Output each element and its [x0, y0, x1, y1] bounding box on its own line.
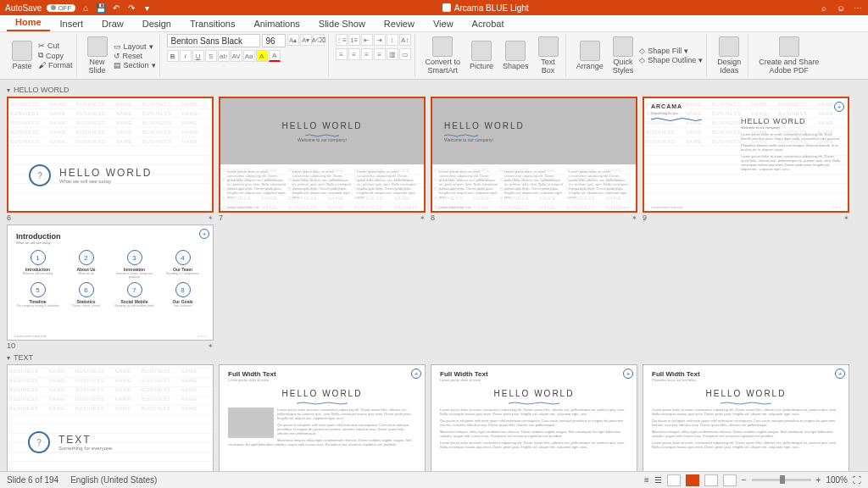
collapse-icon[interactable]: ▾: [7, 86, 10, 94]
search-icon[interactable]: ⌕: [819, 3, 829, 13]
intro-cell: 6StatisticsCharts, charts, charts!: [64, 282, 108, 308]
align-text-icon[interactable]: ▭: [399, 48, 411, 60]
tab-home[interactable]: Home: [7, 14, 50, 31]
slide-sorter[interactable]: ▾HELLO WORLD ? HELLO WORLDWhat we will s…: [0, 80, 868, 471]
bullets-icon[interactable]: ⋮≡: [336, 34, 348, 46]
slide-thumb-13[interactable]: + Full Width Text Lorem ipsum dolor sit …: [431, 364, 637, 471]
shape-fill-button[interactable]: ◇ Shape Fill ▾: [639, 47, 703, 55]
home-icon[interactable]: ⌂: [81, 3, 91, 13]
design-ideas-button[interactable]: Design Ideas: [714, 35, 744, 76]
tab-animations[interactable]: Animations: [245, 16, 308, 31]
slide-thumb-8[interactable]: + HELLO WORLD Welcome to our company! Lo…: [431, 97, 637, 213]
undo-icon[interactable]: ↶: [111, 3, 121, 13]
arrange-button[interactable]: Arrange: [573, 39, 607, 72]
image-placeholder: [228, 408, 274, 438]
font-color-icon[interactable]: A: [269, 50, 281, 62]
bold-icon[interactable]: B: [167, 50, 179, 62]
tab-acrobat[interactable]: Acrobat: [464, 16, 513, 31]
quick-styles-button[interactable]: Quick Styles: [609, 35, 637, 76]
reading-view-button[interactable]: [704, 474, 718, 486]
tab-slideshow[interactable]: Slide Show: [310, 16, 374, 31]
language-indicator[interactable]: English (United States): [70, 475, 157, 485]
new-slide-button[interactable]: New Slide: [84, 35, 111, 76]
zoom-level[interactable]: 100%: [826, 475, 848, 485]
align-center-icon[interactable]: ≡: [348, 48, 360, 60]
format-painter-button[interactable]: 🖌 Format: [38, 61, 73, 69]
ribbon: Paste ✂ Cut ⧉ Copy 🖌 Format New Slide ▭ …: [0, 32, 868, 80]
notes-button[interactable]: ≡: [644, 475, 649, 485]
sorter-view-button[interactable]: [686, 474, 699, 486]
slideshow-view-button[interactable]: [723, 474, 737, 486]
underline-icon[interactable]: U: [192, 50, 204, 62]
spacing-icon[interactable]: AV: [231, 50, 242, 62]
section-header-text[interactable]: ▾TEXT: [7, 352, 861, 363]
textbox-button[interactable]: Text Box: [535, 35, 562, 76]
user-icon[interactable]: ☺: [836, 3, 846, 13]
zoom-out-button[interactable]: −: [742, 475, 747, 485]
indent-more-icon[interactable]: ⇥: [374, 34, 386, 46]
autosave-toggle[interactable]: OFF: [47, 4, 75, 12]
tab-view[interactable]: View: [425, 16, 462, 31]
tab-transitions[interactable]: Transitions: [181, 16, 243, 31]
comments-button[interactable]: ☰: [654, 475, 662, 485]
paste-button[interactable]: Paste: [8, 39, 36, 72]
placeholder-icon: ?: [28, 431, 50, 453]
numbering-icon[interactable]: 1≡: [348, 34, 360, 46]
italic-icon[interactable]: I: [180, 50, 192, 62]
redo-icon[interactable]: ↷: [126, 3, 136, 13]
title-bar: AutoSave OFF ⌂ 💾 ↶ ↷ ▾ Arcama BLUE Light…: [0, 0, 868, 15]
layout-button[interactable]: ▭ Layout ▾: [114, 42, 156, 51]
slide-thumb-10[interactable]: + Introduction What we will see today 1I…: [7, 225, 214, 341]
line-spacing-icon[interactable]: ↕: [387, 34, 398, 46]
case-icon[interactable]: Aa: [243, 50, 255, 62]
zoom-in-button[interactable]: +: [816, 475, 821, 485]
section-button[interactable]: ▤ Section ▾: [114, 61, 156, 69]
fit-button[interactable]: ⛶: [853, 475, 861, 485]
shadow-icon[interactable]: ab: [218, 50, 230, 62]
section-header-hello[interactable]: ▾HELLO WORLD: [7, 85, 861, 95]
options-icon[interactable]: ⋯: [853, 3, 863, 13]
slide-thumb-14[interactable]: + Full Width Text Phasellus lacus est se…: [643, 364, 849, 471]
smartart-button[interactable]: Convert to SmartArt: [422, 35, 465, 76]
intro-cell: 8Our GoalsYour Success!: [161, 282, 204, 308]
align-right-icon[interactable]: ≡: [361, 48, 373, 60]
tab-review[interactable]: Review: [376, 16, 423, 31]
slide-indicator[interactable]: Slide 6 of 194: [7, 475, 58, 485]
reset-button[interactable]: ↺ Reset: [114, 52, 156, 60]
strike-icon[interactable]: S: [205, 50, 217, 62]
adobe-pdf-button[interactable]: Create and Share Adobe PDF: [755, 35, 822, 76]
columns-icon[interactable]: ▥: [387, 48, 398, 60]
shapes-button[interactable]: Shapes: [499, 39, 532, 72]
picture-button[interactable]: Picture: [466, 39, 497, 72]
tab-draw[interactable]: Draw: [93, 16, 132, 31]
document-title: Arcama BLUE Light: [454, 3, 529, 13]
save-icon[interactable]: 💾: [96, 3, 106, 13]
grow-font-icon[interactable]: A▴: [287, 34, 299, 46]
cut-button[interactable]: ✂ Cut: [38, 42, 73, 50]
collapse-icon[interactable]: ▾: [7, 354, 10, 362]
tab-design[interactable]: Design: [134, 16, 180, 31]
slide-thumb-9[interactable]: + ARCAMA Something for you HELLO WORLD W…: [643, 97, 849, 213]
intro-cell: 1IntroductionWhat we will see today: [16, 250, 59, 279]
highlight-icon[interactable]: A: [256, 50, 268, 62]
slide-thumb-6[interactable]: ? HELLO WORLDWhat we will see today: [7, 97, 214, 213]
justify-icon[interactable]: ≡: [374, 48, 386, 60]
shrink-font-icon[interactable]: A▾: [300, 34, 312, 46]
slide-thumb-11[interactable]: ? TEXTSomething for everyone: [7, 364, 214, 471]
qat-more-icon[interactable]: ▾: [142, 3, 152, 13]
copy-button[interactable]: ⧉ Copy: [38, 51, 73, 60]
align-left-icon[interactable]: ≡: [336, 48, 348, 60]
zoom-slider[interactable]: [752, 479, 811, 481]
shape-outline-button[interactable]: ◇ Shape Outline ▾: [639, 56, 703, 64]
font-size-input[interactable]: 96: [262, 34, 286, 47]
plus-icon: +: [199, 229, 209, 239]
slide-thumb-7[interactable]: HELLO WORLD Welcome to our company! Lore…: [219, 97, 426, 213]
text-direction-icon[interactable]: A↕: [399, 34, 411, 46]
ribbon-tabs: Home Insert Draw Design Transitions Anim…: [0, 15, 868, 32]
tab-insert[interactable]: Insert: [52, 16, 92, 31]
font-name-input[interactable]: Benton Sans Black: [167, 34, 260, 47]
indent-less-icon[interactable]: ⇤: [361, 34, 373, 46]
slide-thumb-12[interactable]: + Full Width Text Lorem ipsum dolor sit …: [219, 364, 426, 471]
normal-view-button[interactable]: [667, 474, 681, 486]
clear-format-icon[interactable]: A⌫: [313, 34, 325, 46]
